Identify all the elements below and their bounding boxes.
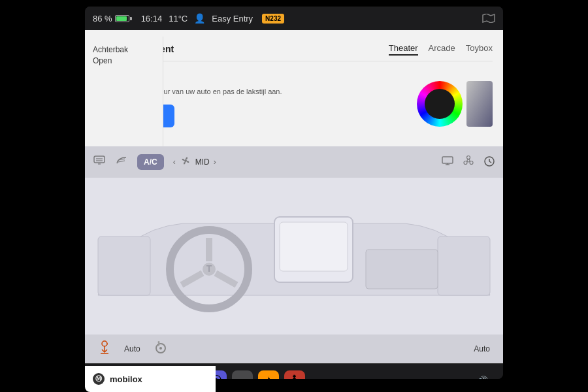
svg-point-6 [184, 159, 187, 162]
fan-control: ‹ MID › [173, 155, 216, 169]
status-bar: 86 % 16:14 11°C 👤 Easy Entry N232 [85, 7, 503, 30]
biohazard-icon[interactable] [463, 155, 474, 169]
person-icon: 👤 [194, 13, 205, 24]
temperature-display: 11°C [169, 14, 188, 24]
gamepad-icon[interactable]: 🕹 [284, 370, 305, 380]
puzzle-icon[interactable]: ✦ [258, 370, 279, 380]
volume-down-arrow[interactable]: ‹ [470, 376, 474, 380]
defrost-front-icon[interactable] [115, 155, 128, 169]
svg-rect-25 [280, 222, 348, 271]
svg-rect-7 [442, 157, 453, 163]
battery-percent: 86 % [93, 14, 112, 24]
defrost-rear-icon[interactable] [93, 155, 106, 169]
screen-icon[interactable] [442, 156, 453, 168]
svg-rect-27 [438, 237, 490, 295]
climate-right-icons [442, 155, 495, 169]
ac-button[interactable]: A/C [137, 154, 164, 170]
time-display: 16:14 [141, 14, 163, 24]
fan-speed-label: MID [195, 157, 210, 167]
svg-line-5 [118, 161, 125, 162]
tab-theater[interactable]: Theater [389, 42, 418, 56]
mobilox-logo: Ⓜ [93, 373, 105, 385]
battery-area: 86 % [93, 14, 129, 24]
battery-icon [115, 15, 129, 22]
seat-heat-left-icon[interactable] [98, 340, 111, 357]
steering-heat-icon[interactable] [154, 341, 168, 357]
volume-icon[interactable]: 🔊 [477, 376, 488, 380]
svg-point-12 [464, 161, 467, 165]
entertainment-tabs: Theater Arcade Toybox [389, 42, 493, 56]
svg-point-32 [157, 341, 159, 343]
color-swatch [466, 81, 493, 127]
route-badge: N232 [262, 14, 284, 24]
fan-icon [180, 155, 191, 169]
time-temp: 16:14 11°C [141, 14, 188, 24]
svg-point-10 [467, 159, 470, 162]
svg-line-16 [489, 161, 491, 163]
fan-up-arrow[interactable]: › [214, 157, 216, 167]
color-right [417, 69, 493, 139]
volume-up-arrow[interactable]: › [492, 376, 495, 380]
clock-icon[interactable] [483, 155, 495, 169]
climate-bar: A/C ‹ MID › [85, 146, 503, 178]
svg-rect-26 [98, 237, 150, 295]
car-interior-svg: T [85, 178, 503, 335]
svg-rect-0 [94, 156, 105, 163]
color-wheel-inner [425, 89, 455, 119]
volume-control: ‹ 🔊 › [470, 376, 495, 380]
tab-arcade[interactable]: Arcade [429, 42, 455, 56]
more-icon[interactable]: ••• [232, 370, 253, 380]
bottom-climate: Auto Auto [85, 335, 503, 363]
left-auto-label: Auto [124, 344, 140, 353]
right-auto-label: Auto [474, 344, 490, 353]
tesla-screen: 86 % 16:14 11°C 👤 Easy Entry N232 Achter… [85, 7, 503, 379]
tab-toybox[interactable]: Toybox [466, 42, 493, 56]
color-wheel [417, 81, 463, 127]
main-content: Achterbak Open ▣ Entertainment Theater A… [85, 30, 503, 146]
achterbak-text: Achterbak Open [93, 44, 128, 67]
mobilox-text: mobilox [110, 374, 142, 384]
left-panel: Achterbak Open [85, 37, 163, 148]
mobilox-bar: Ⓜ mobilox [85, 366, 216, 392]
map-icon [482, 14, 495, 23]
car-interior: T [85, 178, 503, 335]
easy-entry-label: Easy Entry [212, 14, 253, 24]
svg-point-31 [159, 347, 162, 350]
fan-down-arrow[interactable]: ‹ [173, 157, 176, 167]
svg-rect-28 [366, 250, 438, 289]
svg-point-11 [467, 156, 470, 159]
svg-point-13 [470, 161, 473, 165]
svg-text:T: T [206, 263, 212, 274]
